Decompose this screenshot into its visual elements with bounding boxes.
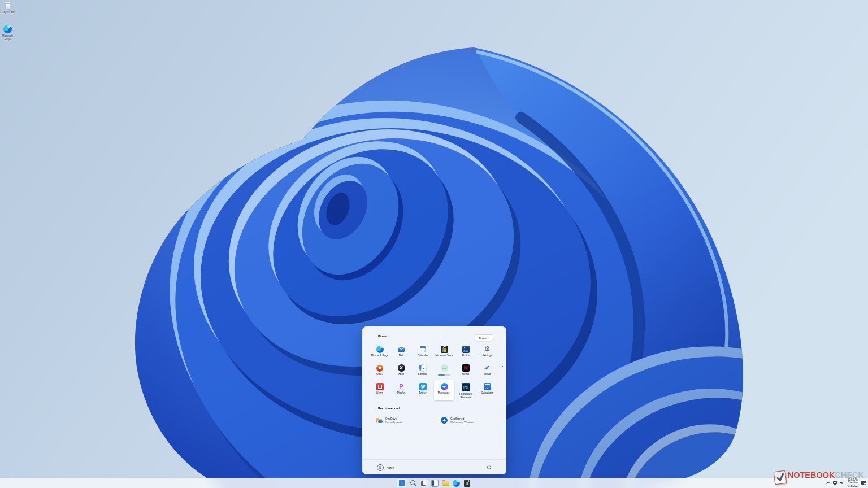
picsart-icon: P — [398, 383, 405, 390]
edge-icon — [3, 25, 12, 33]
store-icon — [441, 346, 448, 353]
news-icon — [376, 383, 384, 390]
download-progress-bar — [438, 374, 450, 376]
pinned-app-twitter[interactable]: Twitter — [412, 383, 433, 402]
file-explorer-button[interactable] — [442, 480, 449, 487]
onedrive-icon — [376, 417, 383, 424]
power-button[interactable] — [487, 465, 492, 470]
search-button[interactable] — [410, 480, 417, 487]
store-taskbar-icon[interactable] — [464, 480, 470, 487]
netflix-icon: N — [462, 364, 470, 372]
recycle-bin-icon — [4, 2, 11, 10]
pinned-app-messenger[interactable]: Messenger — [433, 383, 455, 402]
settings-gear-icon: ⚙ — [484, 346, 491, 353]
desktop-icon-recycle-bin[interactable]: Recycle Bin — [0, 2, 19, 14]
pinned-app-xbox[interactable]: XXbox — [390, 364, 412, 383]
taskbar: 10:50 AM Tuesday 6/15/2021 — [0, 478, 868, 488]
pinned-app-microsoft-store[interactable]: Microsoft Store — [433, 346, 455, 364]
todo-icon — [484, 364, 491, 372]
calculator-icon — [484, 383, 491, 390]
pinned-app-office[interactable]: Office — [369, 364, 390, 383]
edge-taskbar-icon[interactable] — [453, 480, 460, 487]
recommended-item-onedrive[interactable]: OneDriveRecently added — [376, 416, 403, 425]
download-progress-fill — [438, 374, 445, 376]
all-apps-button[interactable]: All apps› — [475, 334, 493, 341]
solitaire-icon — [419, 364, 427, 372]
taskbar-center-icons — [0, 478, 868, 488]
user-name[interactable]: Naren — [387, 466, 394, 469]
windows-logo-icon — [399, 480, 405, 486]
pinned-header: Pinned — [378, 334, 388, 338]
pinned-app-photoshop-elements[interactable]: PsPhotoshop Elements — [455, 383, 476, 402]
recommended-header: Recommended — [378, 407, 400, 410]
photoshop-elements-icon: Ps — [462, 383, 470, 391]
mail-icon — [398, 346, 405, 353]
get-started-icon — [441, 417, 448, 424]
desktop-icon-label: Microsoft Edge — [0, 34, 15, 41]
start-menu: Pinned All apps› Microsoft Edge Mail Cal… — [362, 326, 506, 474]
calendar-icon — [419, 346, 427, 353]
start-button[interactable] — [397, 479, 406, 487]
notebookcheck-logo — [773, 470, 787, 485]
spotify-icon — [441, 364, 448, 372]
desktop-icon-label: Recycle Bin — [0, 11, 19, 14]
messenger-icon — [441, 383, 448, 390]
pinned-pages-indicator[interactable] — [502, 366, 503, 369]
photos-icon — [462, 346, 470, 353]
notebookcheck-watermark: NOTEBOOK CHECK — [774, 470, 864, 484]
pinned-app-netflix[interactable]: NNetflix — [455, 364, 476, 383]
desktop-icon-microsoft-edge[interactable]: Microsoft Edge — [0, 25, 18, 41]
pinned-app-settings[interactable]: ⚙Settings — [476, 346, 498, 364]
pinned-app-calendar[interactable]: Calendar — [412, 346, 433, 364]
pinned-apps-grid: Microsoft Edge Mail Calendar Microsoft S… — [369, 346, 498, 402]
pinned-app-mail[interactable]: Mail — [390, 346, 412, 364]
office-icon — [376, 364, 384, 372]
pinned-app-solitaire[interactable]: Solitaire — [412, 364, 433, 383]
pinned-app-microsoft-edge[interactable]: Microsoft Edge — [369, 346, 390, 364]
twitter-icon — [419, 383, 427, 390]
widgets-button[interactable] — [431, 480, 439, 487]
pinned-app-news[interactable]: News — [369, 383, 390, 402]
xbox-icon: X — [398, 364, 405, 372]
pinned-app-picsart[interactable]: PPicsArt — [390, 383, 412, 402]
edge-icon — [376, 346, 384, 353]
start-menu-user-bar: Naren — [362, 459, 506, 474]
pinned-app-calculator[interactable]: Calculator — [476, 383, 498, 402]
pinned-app-to-do[interactable]: To Do — [476, 364, 498, 383]
chevron-right-icon: › — [488, 337, 489, 339]
pinned-app-photos[interactable]: Photos — [455, 346, 476, 364]
recommended-item-get-started[interactable]: Get StartedWelcome to Windows — [441, 416, 474, 425]
desktop: Recycle Bin Microsoft Edge Pinned All ap… — [0, 0, 868, 488]
user-avatar[interactable] — [377, 464, 384, 471]
task-view-button[interactable] — [420, 480, 428, 487]
